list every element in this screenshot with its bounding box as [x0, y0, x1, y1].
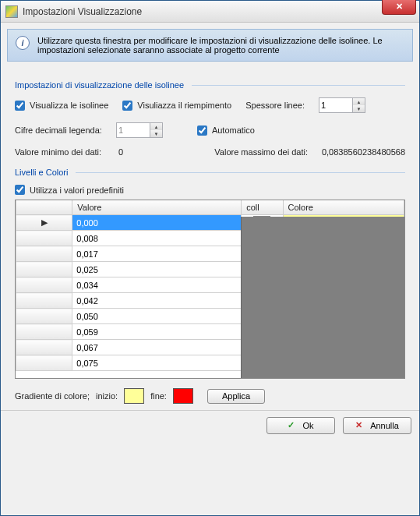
- show-isolines-text: Visualizza le isolinee: [30, 101, 108, 110]
- x-icon: ✕: [355, 420, 362, 430]
- show-fill-text: Visuliazza il riempimento: [137, 101, 231, 110]
- table-corner: [16, 200, 72, 215]
- gradient-start-label: inizio:: [96, 391, 118, 401]
- levels-table-container: Valore coll Colore ▶0,000...0,008...0,01…: [15, 200, 405, 379]
- close-icon: ✕: [396, 2, 403, 12]
- row-marker: ▶: [16, 215, 72, 231]
- decimals-input: [116, 122, 150, 138]
- thickness-spinner[interactable]: ▲▼: [319, 97, 365, 113]
- decimals-label: Cifre decimali legenda:: [15, 125, 102, 135]
- value-cell[interactable]: 0,017: [72, 246, 242, 262]
- row-marker: [16, 262, 72, 277]
- row-marker: [16, 324, 72, 340]
- ok-label: Ok: [302, 421, 313, 430]
- defaults-text: Utilizza i valori predefiniti: [30, 186, 124, 195]
- col-color[interactable]: Colore: [283, 200, 404, 215]
- info-banner: i Utilizzare questa finestra per modific…: [7, 29, 413, 62]
- gradient-end-swatch[interactable]: [173, 388, 193, 404]
- defaults-checkbox[interactable]: [15, 185, 25, 195]
- row-marker: [16, 340, 72, 355]
- value-cell[interactable]: 0,025: [72, 262, 242, 277]
- content-area: i Utilizzare questa finestra per modific…: [1, 23, 419, 410]
- info-icon: i: [16, 36, 30, 50]
- chevron-down-icon: ▼: [150, 130, 162, 137]
- decimals-spinner: ▲▼: [116, 122, 163, 138]
- show-isolines-checkbox[interactable]: [15, 101, 25, 111]
- min-value: 0: [118, 147, 123, 157]
- value-cell[interactable]: 0,059: [72, 324, 242, 340]
- thickness-input[interactable]: [319, 97, 353, 113]
- max-value: 0,0838560238480568: [322, 147, 405, 157]
- chevron-up-icon: ▲: [150, 123, 162, 130]
- min-label: Valore minimo dei dati:: [15, 147, 101, 157]
- row-marker: [16, 246, 72, 262]
- chevron-up-icon[interactable]: ▲: [353, 98, 365, 105]
- show-fill-checkbox-label[interactable]: Visuliazza il riempimento: [122, 101, 231, 111]
- dialog-footer: ✓ Ok ✕ Annulla: [1, 410, 419, 440]
- row-marker: [16, 231, 72, 246]
- dialog-window: Impostazioni Visualizzazione ✕ i Utilizz…: [0, 0, 420, 516]
- defaults-checkbox-label[interactable]: Utilizza i valori predefiniti: [15, 185, 405, 195]
- value-cell[interactable]: 0,050: [72, 309, 242, 324]
- group-isolines-title: Impostazioni di visualizzazione delle is…: [15, 80, 405, 90]
- value-cell[interactable]: 0,042: [72, 293, 242, 309]
- ok-button[interactable]: ✓ Ok: [266, 417, 335, 434]
- app-icon: [5, 5, 18, 18]
- info-text: Utilizzare questa finestra per modificar…: [37, 36, 404, 55]
- thickness-label: Spessore linee:: [245, 101, 305, 110]
- row-marker: [16, 293, 72, 309]
- gradient-label: Gradiente di colore;: [15, 391, 90, 401]
- chevron-down-icon[interactable]: ▼: [353, 105, 365, 112]
- gradient-start-swatch[interactable]: [124, 388, 144, 404]
- value-cell[interactable]: 0,034: [72, 277, 242, 293]
- col-value[interactable]: Valore: [72, 200, 242, 215]
- col-coll[interactable]: coll: [242, 200, 283, 215]
- cancel-label: Annulla: [370, 421, 399, 430]
- window-title: Impostazioni Visualizzazione: [23, 6, 142, 17]
- value-cell[interactable]: 0,008: [72, 231, 242, 246]
- max-label: Valore massimo dei dati:: [214, 147, 308, 157]
- auto-checkbox[interactable]: [197, 125, 207, 136]
- value-cell[interactable]: 0,000: [72, 215, 242, 231]
- value-cell[interactable]: 0,067: [72, 340, 242, 355]
- check-icon: ✓: [288, 420, 295, 430]
- form-area: Impostazioni di visualizzazione delle is…: [7, 62, 413, 404]
- thickness-spin-buttons[interactable]: ▲▼: [353, 97, 365, 113]
- table-filler: [241, 217, 404, 378]
- titlebar: Impostazioni Visualizzazione ✕: [1, 1, 419, 23]
- apply-button[interactable]: Applica: [207, 389, 265, 404]
- close-button[interactable]: ✕: [382, 0, 416, 15]
- value-cell[interactable]: 0,075: [72, 355, 242, 371]
- row-marker: [16, 277, 72, 293]
- gradient-end-label: fine:: [150, 391, 167, 401]
- auto-text: Automatico: [212, 125, 255, 135]
- row-marker: [16, 355, 72, 371]
- show-isolines-checkbox-label[interactable]: Visualizza le isolinee: [15, 101, 108, 111]
- gradient-row: Gradiente di colore; inizio: fine: Appli…: [15, 388, 405, 404]
- cancel-button[interactable]: ✕ Annulla: [343, 417, 411, 434]
- auto-checkbox-label[interactable]: Automatico: [197, 125, 255, 136]
- decimals-spin-buttons: ▲▼: [150, 122, 163, 138]
- row-marker: [16, 309, 72, 324]
- show-fill-checkbox[interactable]: [122, 101, 132, 111]
- group-levels-title: Livelli e Colori: [15, 168, 405, 177]
